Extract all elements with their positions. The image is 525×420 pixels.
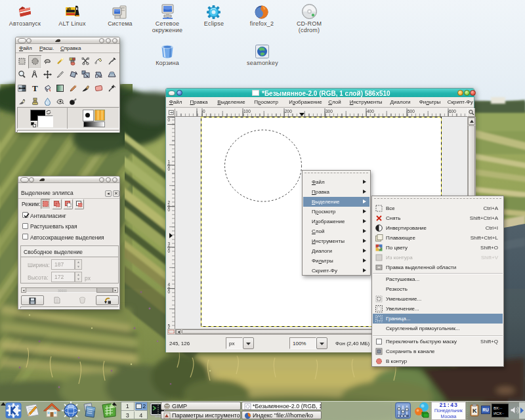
svg-text:alt: alt xyxy=(67,7,71,10)
svg-text:K: K xyxy=(472,408,477,414)
svg-text:T: T xyxy=(32,84,38,93)
